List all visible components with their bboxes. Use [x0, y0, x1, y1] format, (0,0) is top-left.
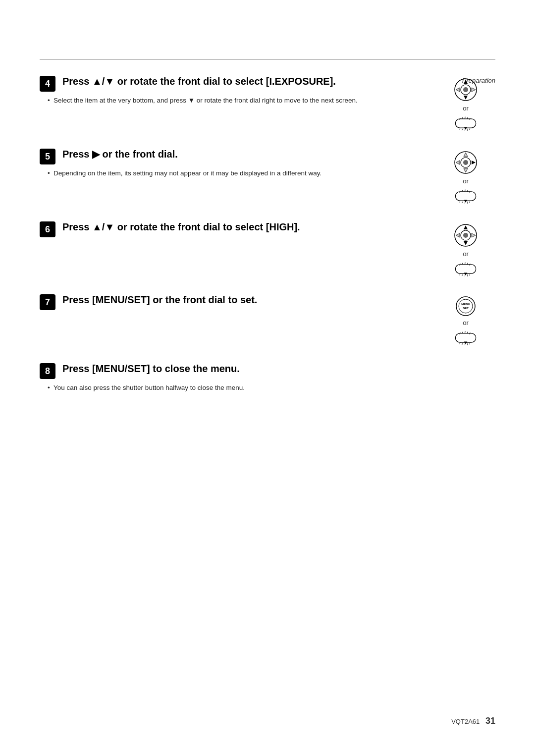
svg-marker-42 [464, 241, 468, 245]
or-label-4a: or [463, 105, 469, 112]
svg-point-57 [456, 297, 475, 316]
step-7: 7 Press [MENU/SET] or the front dial to … [40, 293, 495, 347]
step-8-left: 8 Press [MENU/SET] to close the menu. Yo… [40, 362, 436, 394]
step-4-title: Press ▲/▼ or rotate the front dial to se… [62, 75, 336, 88]
svg-marker-3 [464, 80, 468, 84]
svg-point-2 [463, 87, 468, 92]
svg-marker-25 [472, 161, 476, 164]
svg-line-53 [462, 274, 463, 276]
svg-marker-24 [456, 161, 460, 164]
step-5-header: 5 Press ▶ or the front dial. [40, 148, 426, 164]
top-rule [40, 59, 495, 60]
svg-marker-13 [464, 127, 468, 129]
svg-line-18 [469, 128, 470, 130]
svg-marker-4 [464, 96, 468, 100]
step-7-left: 7 Press [MENU/SET] or the front dial to … [40, 293, 436, 314]
svg-marker-44 [472, 233, 476, 237]
svg-line-36 [467, 202, 468, 204]
svg-marker-67 [464, 341, 468, 344]
svg-line-55 [467, 274, 468, 276]
svg-marker-43 [456, 233, 460, 237]
page: Preparation 4 Press ▲/▼ or rotate the fr… [0, 0, 535, 756]
step-5-left: 5 Press ▶ or the front dial. Depending o… [40, 148, 436, 180]
dial-icon-7 [454, 328, 478, 347]
svg-line-69 [462, 343, 463, 345]
svg-marker-5 [456, 88, 460, 92]
dpad-updown-icon [453, 77, 479, 103]
svg-marker-32 [464, 200, 468, 202]
svg-line-35 [465, 202, 465, 204]
step-8-bullet-1: You can also press the shutter button ha… [48, 383, 426, 393]
step-8-number: 8 [40, 363, 55, 379]
dpad-right-icon [453, 150, 479, 175]
step-7-icons: MENU SET or [436, 293, 495, 347]
step-7-header: 7 Press [MENU/SET] or the front dial to … [40, 293, 426, 310]
svg-rect-61 [455, 333, 476, 342]
step-7-title: Press [MENU/SET] or the front dial to se… [62, 293, 257, 306]
footer-page: 31 [485, 716, 495, 726]
footer: VQT2A61 31 [451, 716, 495, 726]
svg-text:SET: SET [463, 307, 469, 310]
svg-line-34 [462, 202, 463, 203]
step-5: 5 Press ▶ or the front dial. Depending o… [40, 148, 495, 206]
step-6-number: 6 [40, 221, 55, 237]
step-5-icons: or [436, 148, 495, 206]
svg-marker-23 [464, 168, 468, 172]
step-4-left: 4 Press ▲/▼ or rotate the front dial to … [40, 75, 436, 107]
svg-marker-41 [464, 225, 468, 229]
step-4-number: 4 [40, 76, 55, 92]
step-4: 4 Press ▲/▼ or rotate the front dial to … [40, 75, 495, 133]
svg-line-54 [465, 274, 465, 276]
svg-line-16 [465, 129, 465, 131]
step-6: 6 Press ▲/▼ or rotate the front dial to … [40, 220, 495, 278]
or-label-6: or [463, 250, 469, 258]
step-5-bullet-1: Depending on the item, its setting may n… [48, 168, 426, 178]
svg-line-17 [467, 129, 468, 131]
dial-icon-4 [454, 114, 478, 133]
svg-point-40 [463, 233, 468, 238]
step-6-title: Press ▲/▼ or rotate the front dial to se… [62, 220, 300, 233]
svg-marker-51 [464, 272, 468, 275]
step-7-number: 7 [40, 294, 55, 310]
svg-point-21 [463, 160, 468, 165]
step-5-number: 5 [40, 149, 55, 164]
svg-rect-26 [455, 192, 476, 201]
step-4-bullets: Select the item at the very bottom, and … [40, 96, 426, 106]
dpad-updown-icon-6 [453, 222, 479, 248]
svg-line-29 [465, 190, 465, 192]
step-4-icons: or [436, 75, 495, 133]
step-6-header: 6 Press ▲/▼ or rotate the front dial to … [40, 220, 426, 237]
step-8-title: Press [MENU/SET] to close the menu. [62, 362, 240, 375]
svg-line-37 [469, 201, 470, 203]
step-5-bullets: Depending on the item, its setting may n… [40, 168, 426, 178]
or-label-7: or [463, 319, 469, 326]
steps-container: 4 Press ▲/▼ or rotate the front dial to … [40, 75, 495, 409]
svg-text:MENU: MENU [461, 303, 470, 306]
svg-line-15 [462, 129, 463, 130]
svg-rect-45 [455, 265, 476, 273]
or-label-5: or [463, 177, 469, 185]
step-4-bullet-1: Select the item at the very bottom, and … [48, 96, 426, 106]
svg-marker-22 [464, 153, 468, 157]
step-8-header: 8 Press [MENU/SET] to close the menu. [40, 362, 426, 379]
dial-icon-5 [454, 187, 478, 206]
menu-set-icon: MENU SET [455, 295, 477, 317]
svg-marker-6 [472, 88, 476, 92]
step-8-bullets: You can also press the shutter button ha… [40, 383, 426, 393]
step-5-title: Press ▶ or the front dial. [62, 148, 178, 161]
svg-point-58 [459, 299, 473, 313]
svg-line-70 [465, 343, 465, 345]
svg-line-71 [467, 343, 468, 345]
footer-model: VQT2A61 [451, 718, 480, 725]
step-4-header: 4 Press ▲/▼ or rotate the front dial to … [40, 75, 426, 92]
step-6-icons: or [436, 220, 495, 278]
svg-rect-7 [455, 119, 476, 128]
dial-icon-6 [454, 260, 478, 278]
step-8: 8 Press [MENU/SET] to close the menu. Yo… [40, 362, 495, 394]
step-8-icons [436, 362, 495, 364]
step-6-left: 6 Press ▲/▼ or rotate the front dial to … [40, 220, 436, 241]
